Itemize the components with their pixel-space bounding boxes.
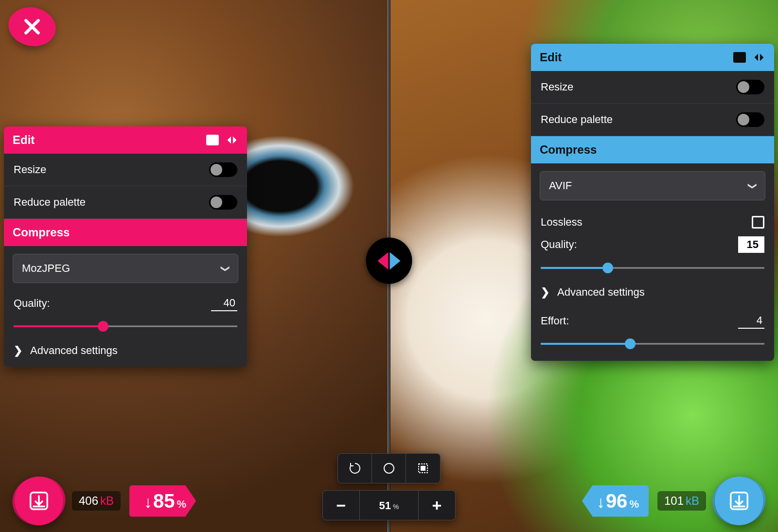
resize-row-left: Resize <box>4 154 247 186</box>
quality-field-right: Quality: 15 <box>531 231 774 255</box>
codec-select-right[interactable]: AVIF ❯ <box>540 171 765 200</box>
circle-icon <box>382 461 396 476</box>
reduce-palette-label: Reduce palette <box>541 113 613 126</box>
advanced-label: Advanced settings <box>557 286 645 299</box>
quality-slider-right[interactable] <box>541 260 764 276</box>
quality-value-left[interactable]: 40 <box>211 296 237 311</box>
reduction-badge-left: ↓ 85 % <box>129 485 196 517</box>
close-button[interactable] <box>11 8 53 46</box>
reduce-palette-label: Reduce palette <box>14 196 86 209</box>
chevron-right-icon: ❯ <box>14 344 22 357</box>
edit-title: Edit <box>540 51 562 64</box>
quality-slider-left[interactable] <box>14 318 237 335</box>
footer-left: 406kB ↓ 85 % <box>15 477 196 525</box>
reduce-palette-toggle-left[interactable] <box>209 195 237 210</box>
codec-select-left[interactable]: MozJPEG ❯ <box>13 254 238 283</box>
effort-value-right[interactable]: 4 <box>738 313 764 329</box>
svg-rect-1 <box>734 53 745 62</box>
cli-copy-button[interactable] <box>206 134 219 146</box>
close-icon <box>23 18 41 36</box>
quality-value-right[interactable]: 15 <box>738 236 764 253</box>
chevron-down-icon: ❯ <box>220 265 231 272</box>
transparency-grid-button[interactable] <box>406 454 440 483</box>
reduction-badge-right: ↓ 96 % <box>582 485 649 517</box>
filesize-right: 101kB <box>657 491 706 511</box>
lossless-label: Lossless <box>541 216 583 229</box>
codec-value-left: MozJPEG <box>22 262 70 275</box>
svg-point-4 <box>384 463 394 473</box>
download-icon <box>28 490 50 512</box>
svg-rect-6 <box>421 466 425 471</box>
quality-field-left: Quality: 40 <box>4 291 247 313</box>
reduce-palette-toggle-right[interactable] <box>736 112 764 127</box>
resize-row-right: Resize <box>531 71 774 104</box>
footer-right: 101kB ↓ 96 % <box>582 477 763 525</box>
rotate-button[interactable] <box>338 454 372 483</box>
resize-label: Resize <box>541 81 573 93</box>
edit-header-right: Edit <box>531 44 774 71</box>
lossless-row: Lossless <box>531 208 774 231</box>
zoom-out-button[interactable]: − <box>323 491 360 520</box>
rotate-icon <box>348 461 362 476</box>
codec-value-right: AVIF <box>549 179 572 192</box>
resize-toggle-left[interactable] <box>209 162 237 177</box>
advanced-settings-left[interactable]: ❯ Advanced settings <box>4 337 247 367</box>
zoom-in-button[interactable]: + <box>418 491 455 520</box>
advanced-settings-right[interactable]: ❯ Advanced settings <box>531 279 774 308</box>
collapse-panel-button[interactable] <box>753 52 765 63</box>
zoom-controls: − 51 % + <box>322 490 456 520</box>
effort-slider-right[interactable] <box>541 336 764 352</box>
edit-header-left: Edit <box>4 126 247 154</box>
download-button-right[interactable] <box>715 477 763 525</box>
collapse-panel-button[interactable] <box>226 134 238 146</box>
chevron-right-icon: ❯ <box>541 286 549 299</box>
chevron-down-icon: ❯ <box>747 182 758 190</box>
svg-rect-0 <box>207 135 218 145</box>
effort-field-right: Effort: 4 <box>531 308 774 331</box>
compress-title: Compress <box>540 143 597 157</box>
panel-right: Edit Resize Reduce palette Compress AVIF… <box>531 44 774 361</box>
split-right-icon <box>390 252 401 269</box>
edit-title: Edit <box>13 133 35 147</box>
download-icon <box>728 490 750 512</box>
quality-label: Quality: <box>14 297 50 310</box>
cli-copy-button[interactable] <box>733 52 746 63</box>
grid-icon <box>416 461 430 476</box>
toggle-background-button[interactable] <box>372 454 406 483</box>
lossless-checkbox[interactable] <box>752 216 764 229</box>
panel-left: Edit Resize Reduce palette Compress MozJ… <box>4 126 247 367</box>
compress-header-right: Compress <box>531 136 774 163</box>
view-controls <box>337 453 441 483</box>
resize-toggle-right[interactable] <box>736 80 764 94</box>
split-left-icon <box>378 252 389 269</box>
split-handle[interactable] <box>366 238 412 284</box>
compress-title: Compress <box>13 226 70 239</box>
zoom-value[interactable]: 51 % <box>360 491 418 520</box>
reduce-palette-row-right: Reduce palette <box>531 104 774 136</box>
quality-label: Quality: <box>541 238 577 251</box>
download-button-left[interactable] <box>15 477 63 525</box>
compress-header-left: Compress <box>4 219 247 246</box>
resize-label: Resize <box>14 163 46 176</box>
reduce-palette-row-left: Reduce palette <box>4 186 247 219</box>
filesize-left: 406kB <box>72 491 121 511</box>
effort-label: Effort: <box>541 315 569 327</box>
advanced-label: Advanced settings <box>30 344 118 357</box>
